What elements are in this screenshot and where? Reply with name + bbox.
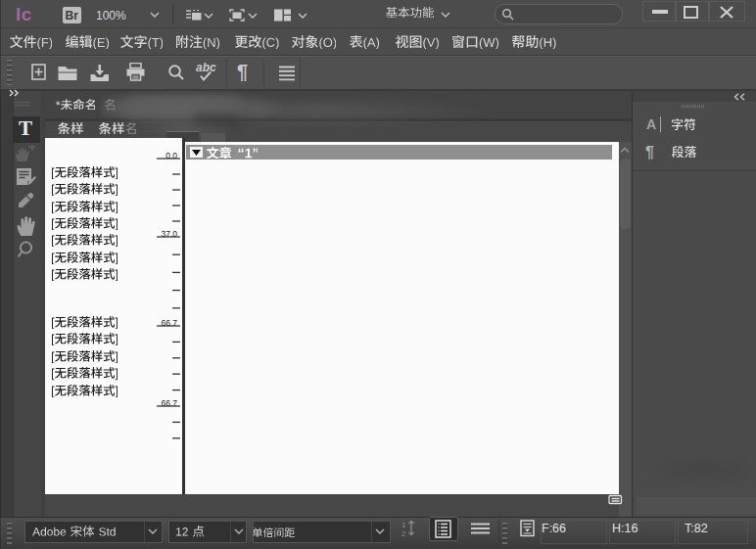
svg-text:¶: ¶ xyxy=(237,61,248,82)
svg-text:abc: abc xyxy=(196,62,216,74)
svg-text:1: 1 xyxy=(402,521,406,529)
svg-text:¶: ¶ xyxy=(645,144,654,160)
svg-text:2: 2 xyxy=(402,529,406,537)
